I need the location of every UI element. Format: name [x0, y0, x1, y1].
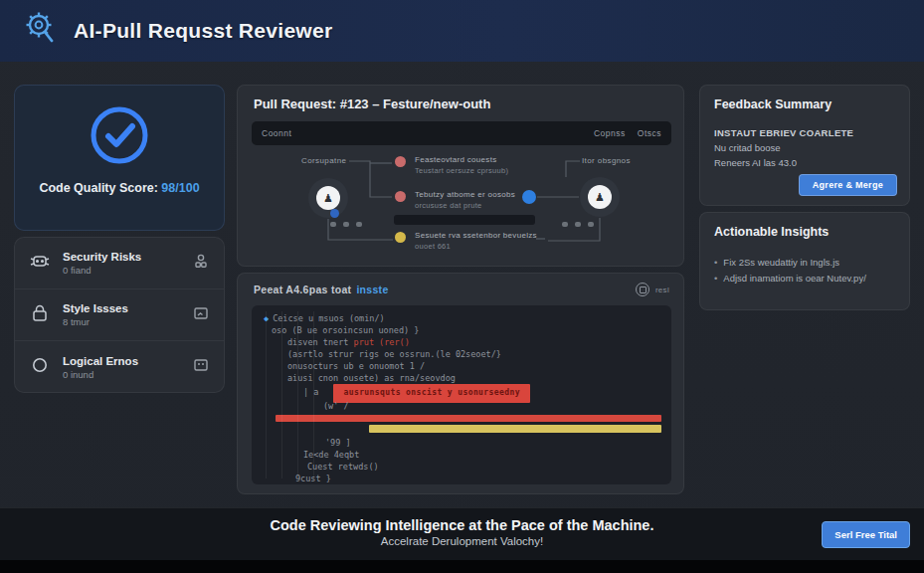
- feedback-summary-card: Feedback Summary INSTAUT EBRIEV COARLETE…: [699, 85, 910, 206]
- code-line: Ie<de 4eqbt: [303, 450, 359, 460]
- code-line: oso (B ue orsoincsun uoned) }: [272, 325, 419, 335]
- agree-merge-button[interactable]: Agrere & Merge: [799, 174, 897, 196]
- code-editor[interactable]: ◆Ceicse u msuos (omin/) oso (B ue orsoin…: [252, 305, 671, 484]
- left-node-dots: [330, 222, 362, 227]
- code-line: Cuest retwds(): [307, 462, 379, 472]
- deletion-bar: [276, 415, 661, 422]
- code-line: Ceicse u msuos (omin/): [273, 313, 385, 323]
- code-line: (asrtlo strur rigs oe ossrun.(le 02seoet…: [287, 349, 501, 359]
- bullet-subline: ouoet 661: [415, 242, 537, 251]
- bottom-strip: [0, 560, 924, 573]
- right-node-dots: [562, 222, 594, 227]
- app-header: AI-Pull Requsst Reviewer: [0, 0, 924, 62]
- commit-tab-left[interactable]: Coonnt: [262, 128, 291, 138]
- metric-title: Security Risks: [63, 251, 180, 263]
- feedback-line: Nu critad boose: [714, 140, 853, 155]
- app-title: AI-Pull Requsst Reviewer: [74, 19, 332, 43]
- feedback-status-line: INSTAUT EBRIEV COARLETE: [714, 125, 853, 140]
- code-line: 9cust }: [295, 474, 331, 483]
- score-line: Code Quality Score: 98/100: [15, 181, 224, 195]
- code-panel-link[interactable]: insste: [356, 284, 388, 295]
- metric-row-style-issues[interactable]: Style Issses 8 tmur: [15, 289, 224, 341]
- insight-item: •Fix 2Ss weudattiy in Ingls.js: [714, 255, 866, 271]
- pull-request-card: Pull Request: #123 – Festure/new-outh Co…: [237, 85, 684, 267]
- bullet-line: Tebutzy atbome er oosobs: [415, 190, 515, 199]
- bullet-line: Sesuete rva ssetenbor bevuelzs: [415, 231, 537, 240]
- actionable-insights-card: Actionable Insights •Fix 2Ss weudattiy i…: [699, 212, 910, 310]
- window-icon: [192, 304, 210, 326]
- lock-icon: [29, 303, 51, 327]
- decorator-icon: ◆: [264, 313, 269, 323]
- insight-item: •Adjsd inamatiom is oear Nutev.py/: [714, 271, 866, 286]
- blue-dot-icon: [522, 190, 536, 204]
- metric-row-security-risks[interactable]: Security Risks 0 fiand: [15, 238, 224, 289]
- code-badge-label: resl: [655, 286, 669, 294]
- free-trial-button[interactable]: Serl Free Tital: [822, 521, 910, 548]
- circle-icon: [29, 355, 51, 379]
- code-line-red: prut (rer(): [354, 337, 410, 347]
- left-node-label: Corsupatne: [301, 156, 346, 165]
- warning-bar: [369, 425, 661, 433]
- bullet-icon: •: [714, 273, 717, 284]
- reviewer-node-right[interactable]: ♟: [580, 177, 620, 217]
- avatar-glyph: ♟: [316, 186, 340, 210]
- badge-icon: [636, 283, 649, 296]
- diagram-bullet-2: Tebutzy atbome er oosobs orcususe dat pr…: [395, 190, 515, 210]
- code-panel-title: Peeat A4.6pas toat: [254, 284, 351, 295]
- checkbox-grid-icon: [192, 356, 210, 378]
- commit-toolbar[interactable]: Coonnt Copnss Otscs: [252, 121, 671, 145]
- code-line: onusocturs ub e onuomot 1 /: [287, 361, 425, 371]
- red-dot-icon: [395, 156, 406, 167]
- people-icon: [192, 253, 210, 275]
- footer-heading: Code Reviewing Intelligence at the Pace …: [0, 517, 924, 533]
- progress-divider-bar: [394, 215, 535, 225]
- gear-magnifier-icon: [22, 10, 60, 52]
- score-value: 98/100: [161, 181, 199, 195]
- insights-title: Actionable Insights: [714, 225, 829, 239]
- metrics-list: Security Risks 0 fiand Style Issses 8 tm…: [14, 237, 225, 393]
- feedback-line: Reneers AI las 43.0: [714, 155, 853, 170]
- bug-icon: [29, 252, 51, 276]
- reviewer-node-left[interactable]: ♟: [308, 178, 348, 218]
- yellow-dot-icon: [395, 232, 406, 243]
- bullet-line: Feasteovtard couests: [415, 155, 508, 164]
- node-accent-dot: [330, 209, 339, 218]
- code-quality-score-card: Code Quality Score: 98/100: [14, 85, 225, 231]
- code-line: (w' /: [323, 401, 349, 411]
- bullet-subline: Teustart oersuze cprsuub): [415, 166, 508, 175]
- red-dot-icon: [395, 191, 406, 202]
- review-flow-diagram: Corsupatne Itor obsgnos ♟ ♟ Feasteovtard…: [238, 151, 685, 268]
- metric-subtitle: 0 inund: [63, 369, 180, 380]
- bullet-subline: orcususe dat prute: [415, 201, 515, 210]
- code-line: disven tnert: [287, 337, 354, 347]
- footer-banner: Code Reviewing Intelligence at the Pace …: [0, 507, 924, 560]
- score-label: Code Quality Score:: [39, 181, 157, 195]
- diagram-bullet-3: Sesuete rva ssetenbor bevuelzs ouoet 661: [395, 231, 537, 251]
- pull-request-title: Pull Request: #123 – Festure/new-outh: [254, 96, 490, 111]
- metric-title: Style Issses: [63, 302, 180, 314]
- metric-row-logical-errors[interactable]: Logical Ernos 0 inund: [15, 341, 224, 393]
- commit-tab-right-1[interactable]: Copnss: [594, 128, 626, 138]
- avatar-glyph: ♟: [588, 185, 612, 209]
- footer-subheading: Accelrate Derulopment Valochy!: [0, 535, 924, 547]
- feedback-title: Feedback Summary: [714, 97, 832, 111]
- app-window: AI-Pull Requsst Reviewer Code Quality Sc…: [0, 0, 924, 573]
- insight-text: Fix 2Ss weudattiy in Ingls.js: [723, 257, 839, 268]
- metric-subtitle: 8 tmur: [63, 316, 180, 327]
- insight-text: Adjsd inamatiom is oear Nutev.py/: [723, 273, 865, 284]
- code-diff-card: Peeat A4.6pas toat insste resl ◆Ceicse u…: [237, 273, 684, 494]
- metric-subtitle: 0 fiand: [63, 265, 180, 276]
- code-line: | a: [303, 387, 318, 397]
- code-line: '99 ]: [325, 438, 351, 448]
- metric-title: Logical Ernos: [63, 355, 180, 367]
- commit-tab-right-2[interactable]: Otscs: [638, 128, 661, 138]
- diagram-bullet-1: Feasteovtard couests Teustart oersuze cp…: [395, 155, 508, 175]
- bullet-icon: •: [714, 257, 717, 268]
- check-circle-icon: [15, 103, 224, 167]
- code-line: aiusi cnon ousete) as rna/seovdog: [287, 373, 456, 383]
- right-node-label: Itor obsgnos: [582, 156, 631, 165]
